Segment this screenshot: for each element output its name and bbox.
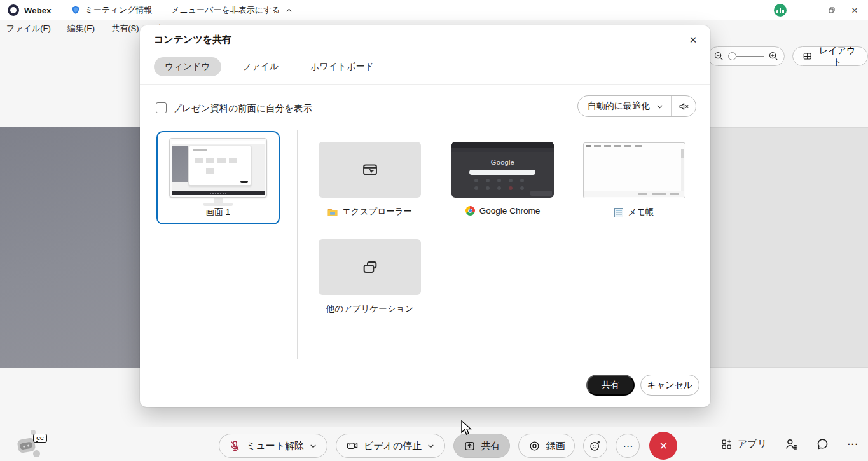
window-option-notepad[interactable]: メモ帳 <box>583 142 685 218</box>
window-option-explorer[interactable]: エクスプローラー <box>319 142 421 217</box>
screen-1-option[interactable]: 画面 1 <box>156 131 280 224</box>
zoom-in-icon[interactable] <box>768 51 779 62</box>
zoom-slider-track <box>736 56 764 57</box>
unmute-label: ミュート解除 <box>246 440 304 452</box>
chat-button[interactable] <box>816 437 829 451</box>
dock-center-controls: ミュート解除 ビデオの停止 <box>219 432 677 460</box>
apps-button[interactable]: アプリ <box>720 438 767 450</box>
hide-menubar-label: メニューバーを非表示にする <box>171 4 280 16</box>
chevron-down-icon <box>656 102 664 111</box>
self-video-tile <box>0 127 140 368</box>
more-options-button[interactable]: ⋯ <box>616 434 640 458</box>
titlebar: Webex ミーティング情報 メニューバーを非表示にする – <box>0 0 868 20</box>
close-window-button[interactable]: ✕ <box>845 0 864 20</box>
zoom-slider-knob[interactable] <box>728 52 736 60</box>
stage-zoom-control[interactable] <box>708 46 785 66</box>
chrome-preview-text: Google <box>451 158 554 166</box>
mouse-cursor <box>460 420 472 437</box>
tab-whiteboard[interactable]: ホワイトボード <box>300 57 385 76</box>
participants-button[interactable] <box>785 437 798 451</box>
other-apps-label: 他のアプリケーション <box>326 303 414 315</box>
record-icon <box>528 440 541 452</box>
apps-label: アプリ <box>738 438 767 450</box>
speaker-muted-icon <box>678 100 690 113</box>
share-screen-icon <box>464 440 476 452</box>
stop-video-button[interactable]: ビデオの停止 <box>336 434 445 458</box>
tab-file[interactable]: ファイル <box>231 57 289 76</box>
content-divider <box>297 130 298 359</box>
menu-edit[interactable]: 編集(E) <box>67 23 95 34</box>
notepad-thumbnail <box>583 142 685 198</box>
dock-right-more-button[interactable]: ⋯ <box>847 437 858 451</box>
screen-1-preview-screen <box>170 139 266 197</box>
dialog-cancel-button[interactable]: キャンセル <box>640 375 699 396</box>
window-select-icon <box>361 160 380 179</box>
self-view-checkbox-label: プレゼン資料の前面に自分を表示 <box>172 102 312 114</box>
chevron-down-icon[interactable] <box>427 442 435 450</box>
hide-menubar-button[interactable]: メニューバーを非表示にする <box>171 4 293 16</box>
dialog-share-button[interactable]: 共有 <box>586 375 635 396</box>
closed-captions-badge: CC <box>33 434 47 443</box>
chrome-label: Google Chrome <box>479 206 540 216</box>
dock-share-button[interactable]: 共有 <box>453 434 510 458</box>
smiley-plus-icon <box>589 439 602 452</box>
stop-video-label: ビデオの停止 <box>364 440 422 452</box>
participants-icon <box>785 437 798 451</box>
window-option-other-apps[interactable]: 他のアプリケーション <box>319 239 421 315</box>
menu-file[interactable]: ファイル(F) <box>6 23 51 34</box>
dock-share-label: 共有 <box>481 440 500 452</box>
zoom-slider[interactable] <box>728 52 764 60</box>
dialog-title: コンテンツを共有 <box>154 34 231 46</box>
chevron-up-icon <box>285 6 293 15</box>
optimize-dropdown-value: 自動的に最適化 <box>588 100 650 112</box>
explorer-thumbnail <box>319 142 421 198</box>
titlebar-left: Webex ミーティング情報 メニューバーを非表示にする <box>0 4 293 16</box>
share-content-dialog: コンテンツを共有 ✕ ウィンドウ ファイル ホワイトボード プレゼン資料の前面に… <box>140 25 710 407</box>
restore-icon <box>828 6 836 14</box>
connection-stats-icon[interactable] <box>774 4 787 17</box>
app-name: Webex <box>24 6 52 15</box>
stacked-windows-icon <box>360 257 380 277</box>
explorer-label: エクスプローラー <box>342 206 412 217</box>
notepad-icon <box>614 208 623 217</box>
webex-logo <box>8 4 19 16</box>
optimize-control: 自動的に最適化 <box>577 95 696 117</box>
webex-meeting-window: Webex ミーティング情報 メニューバーを非表示にする – <box>0 0 868 461</box>
window-option-chrome[interactable]: Google Google Chrome <box>451 142 554 216</box>
screen-1-preview <box>170 139 266 206</box>
leave-meeting-button[interactable]: ✕ <box>649 432 677 460</box>
meeting-info-label: ミーティング情報 <box>85 4 153 16</box>
minimize-button[interactable]: – <box>799 0 818 20</box>
dialog-close-button[interactable]: ✕ <box>684 31 703 50</box>
apps-grid-plus-icon <box>720 438 733 450</box>
layout-grid-icon <box>803 51 812 62</box>
layout-button[interactable]: レイアウト <box>792 46 868 66</box>
dialog-tabs: ウィンドウ ファイル ホワイトボード <box>154 57 385 76</box>
chevron-down-icon[interactable] <box>309 442 317 450</box>
video-camera-icon <box>346 439 359 452</box>
menu-share[interactable]: 共有(S) <box>111 23 139 34</box>
other-apps-thumbnail <box>319 239 421 295</box>
reactions-button[interactable] <box>583 434 607 458</box>
record-label: 録画 <box>546 440 565 452</box>
optimize-dropdown[interactable]: 自動的に最適化 <box>578 100 671 112</box>
meeting-info-button[interactable]: ミーティング情報 <box>71 4 153 16</box>
explorer-folder-icon <box>327 207 338 216</box>
control-dock: CC ミュート解除 ビデオの停止 <box>0 427 868 461</box>
unmute-button[interactable]: ミュート解除 <box>219 434 327 458</box>
screen-1-label: 画面 1 <box>158 207 279 218</box>
shield-icon <box>71 5 81 15</box>
dock-right-controls: アプリ ⋯ <box>720 427 858 461</box>
chrome-icon <box>465 206 475 216</box>
titlebar-right: – ✕ <box>774 0 868 20</box>
self-view-checkbox[interactable] <box>156 102 167 113</box>
webex-assistant-avatar[interactable]: CC <box>17 430 47 459</box>
restore-button[interactable] <box>822 0 841 20</box>
dialog-divider <box>140 84 710 85</box>
share-audio-toggle[interactable] <box>672 100 696 113</box>
chat-bubble-icon <box>816 437 829 451</box>
zoom-out-icon[interactable] <box>713 51 724 62</box>
tab-window[interactable]: ウィンドウ <box>154 57 221 76</box>
mic-muted-icon <box>229 440 241 452</box>
record-button[interactable]: 録画 <box>518 434 575 458</box>
